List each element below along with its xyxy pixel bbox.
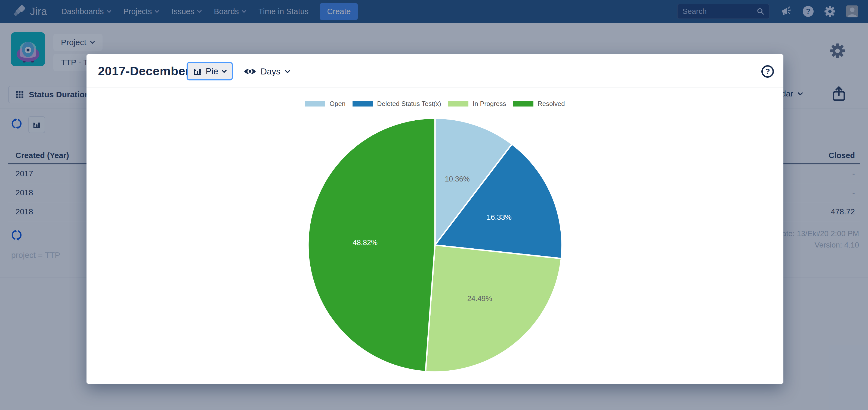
pie-slice-value-label: 16.33%	[487, 213, 512, 221]
modal-help-glyph: ?	[765, 67, 770, 76]
legend-label: Resolved	[538, 100, 565, 108]
modal-title: 2017-December	[98, 64, 190, 78]
eye-icon	[244, 67, 256, 76]
chart-legend: OpenDeleted Status Test(x)In ProgressRes…	[87, 100, 783, 108]
legend-swatch	[305, 101, 325, 106]
pie-slice-value-label: 10.36%	[445, 175, 470, 183]
chart-modal: 2017-December Pie	[87, 54, 783, 384]
jira-app: Jira DashboardsProjectsIssuesBoardsTime …	[0, 0, 868, 410]
unit-dropdown[interactable]: Days	[244, 65, 290, 78]
chart-type-dropdown[interactable]: Pie	[187, 62, 233, 80]
pie-slice-in-progress[interactable]	[426, 245, 561, 372]
legend-item-resolved[interactable]: Resolved	[513, 100, 565, 108]
legend-item-deleted-status-test-x[interactable]: Deleted Status Test(x)	[352, 100, 441, 108]
legend-label: In Progress	[473, 100, 506, 108]
chart-type-label: Pie	[206, 66, 218, 76]
legend-label: Open	[330, 100, 345, 108]
pie-slice-value-label: 24.49%	[467, 295, 492, 303]
chevron-down-icon	[285, 70, 290, 73]
unit-label: Days	[260, 67, 280, 77]
modal-help-icon[interactable]: ?	[762, 65, 774, 78]
modal-header-divider	[87, 87, 783, 88]
pie-slice-value-label: 48.82%	[353, 239, 378, 247]
legend-swatch	[352, 101, 373, 106]
chevron-down-icon	[221, 70, 227, 73]
legend-item-in-progress[interactable]: In Progress	[448, 100, 506, 108]
pie-chart: 10.36%16.33%24.49%48.82%	[304, 115, 565, 375]
legend-swatch	[448, 101, 468, 106]
legend-swatch	[513, 101, 533, 106]
legend-item-open[interactable]: Open	[305, 100, 345, 108]
legend-label: Deleted Status Test(x)	[377, 100, 441, 108]
bar-chart-icon	[193, 67, 203, 75]
